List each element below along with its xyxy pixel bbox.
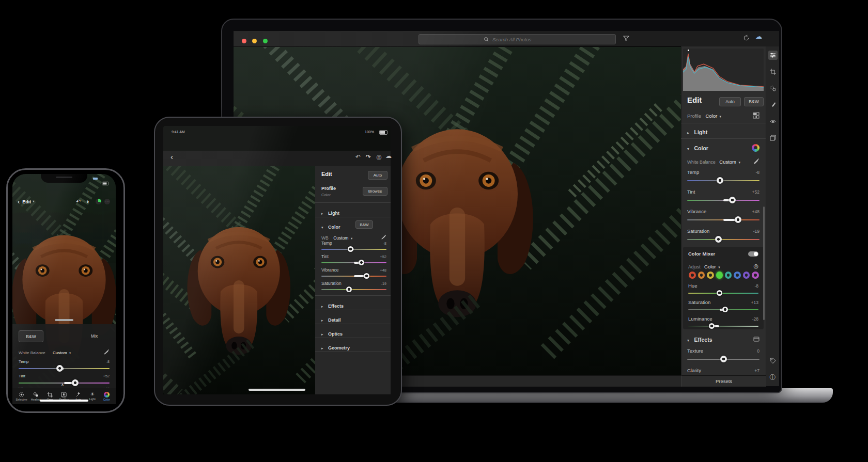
teal-channel-dot[interactable] [725,272,732,279]
tab-selective[interactable]: Selective [15,392,28,401]
phone-bw-button[interactable]: B&W [19,330,43,342]
tablet-auto-button[interactable]: Auto [368,171,388,180]
hue-slider[interactable] [688,290,758,296]
tablet-home-indicator[interactable] [249,389,305,391]
info-icon[interactable]: ⓘ [768,373,778,382]
mixer-toggle[interactable] [748,251,758,257]
masking-brush-icon[interactable] [768,100,778,109]
undo-icon[interactable]: ↶ [355,154,361,160]
slider-knob[interactable] [56,365,63,372]
histogram[interactable] [683,49,764,91]
edit-sliders-icon[interactable] [768,51,778,60]
white-balance-dropdown[interactable]: Custom [719,159,736,165]
tablet-vibrance-slider[interactable] [321,273,386,279]
cloud-icon[interactable]: ☁ [385,153,392,159]
redo-icon[interactable]: ↷ [366,154,371,160]
purple-channel-dot[interactable] [743,272,750,279]
cloud-sync-icon[interactable]: ☁ [755,33,762,40]
mixer-saturation-slider[interactable] [688,307,758,313]
adjust-dropdown[interactable]: Color [704,264,716,269]
effects-presets-icon[interactable] [753,336,760,342]
back-icon[interactable]: ‹ [18,198,20,205]
keyword-tag-icon[interactable] [768,356,778,365]
temp-slider[interactable] [687,178,760,184]
tablet-color-section[interactable]: ▾ Color [321,221,340,231]
tablet-tint-slider[interactable] [321,260,386,266]
phone-home-indicator[interactable] [40,400,88,402]
tablet-detail-section[interactable]: ▸ Detail [321,314,340,324]
slider-knob[interactable] [359,260,364,265]
sync-status-icon[interactable] [96,199,101,204]
healing-tool-icon[interactable] [768,84,778,93]
window-controls[interactable] [242,36,271,45]
tablet-saturation-slider[interactable] [321,286,386,293]
slider-knob[interactable] [346,286,352,292]
filter-funnel-icon[interactable] [623,35,629,41]
green-channel-dot-selected[interactable] [716,272,723,279]
saturation-slider[interactable] [687,236,760,243]
vibrance-slider[interactable] [687,217,760,223]
slider-knob[interactable] [364,273,369,279]
color-section-header[interactable]: ▾ Color [687,143,760,152]
phone-temp-slider[interactable] [19,365,110,372]
bw-button[interactable]: B&W [744,97,764,106]
phone-wb-dropdown[interactable]: Custom [53,351,67,355]
sync-icon[interactable] [743,35,750,41]
tablet-photo-canvas[interactable] [163,166,315,394]
search-field[interactable] [419,34,616,44]
share-icon[interactable]: ◎ [376,154,381,160]
slider-knob[interactable] [348,246,353,252]
slider-knob[interactable] [722,307,728,312]
panel-scrollbar[interactable] [763,206,765,320]
profile-dropdown[interactable]: Color [705,113,717,119]
red-channel-dot[interactable] [689,272,696,279]
tablet-bw-button[interactable]: B&W [355,220,373,229]
tint-slider[interactable] [687,197,760,203]
close-window-icon[interactable] [242,39,246,43]
tablet-wb-dropdown[interactable]: Custom [333,235,348,241]
light-section-header[interactable]: ▸ Light [687,127,707,136]
undo-icon[interactable]: ↶ [76,199,81,204]
eyedropper-icon[interactable] [753,158,760,164]
tablet-effects-section[interactable]: ▸ Effects [321,300,344,310]
phone-mix-label[interactable]: Mix [91,333,98,339]
before-after-icon[interactable]: ◑ [86,199,89,204]
slider-knob[interactable] [72,379,79,386]
tablet-geometry-section[interactable]: ▸ Geometry [321,342,350,352]
phone-back-edit[interactable]: ‹ Edit ▾ [18,198,35,205]
targeted-adjust-icon[interactable]: ◎ [753,263,758,269]
zoom-window-icon[interactable] [263,39,268,43]
slider-knob[interactable] [717,177,723,184]
crop-tool-icon[interactable] [768,67,778,76]
texture-slider[interactable] [687,356,760,362]
eyedropper-icon[interactable] [381,234,386,240]
back-icon[interactable]: ‹ [171,153,173,161]
search-input[interactable] [491,36,550,43]
tablet-light-section[interactable]: ▸ Light [321,208,339,217]
presets-button[interactable]: Presets [681,375,766,387]
slider-knob[interactable] [735,216,741,223]
minimize-window-icon[interactable] [252,39,257,43]
eyedropper-icon[interactable] [104,349,110,355]
slider-knob[interactable] [715,236,722,243]
yellow-channel-dot[interactable] [707,272,714,279]
versions-icon[interactable] [768,133,778,142]
more-icon[interactable]: ⋯ [104,199,110,204]
slider-knob[interactable] [720,356,727,362]
collapse-sheet-icon[interactable]: ∧ [61,383,64,387]
slider-knob[interactable] [729,197,736,203]
tablet-optics-section[interactable]: ▸ Optics [321,328,343,338]
profile-browse-grid-icon[interactable] [753,112,760,119]
tab-color-selected[interactable]: Color [100,392,113,401]
effects-section-header[interactable]: ▾ Effects [687,334,760,344]
phone-tint-slider[interactable] [19,380,110,386]
sheet-drag-handle[interactable] [55,319,73,321]
slider-knob[interactable] [709,323,715,329]
blue-channel-dot[interactable] [734,272,741,279]
tablet-temp-slider[interactable] [321,246,386,252]
luminance-slider[interactable] [688,323,758,329]
auto-button[interactable]: Auto [719,97,741,106]
orange-channel-dot[interactable] [698,272,705,279]
magenta-channel-dot[interactable] [752,272,759,279]
slider-knob[interactable] [717,290,722,296]
